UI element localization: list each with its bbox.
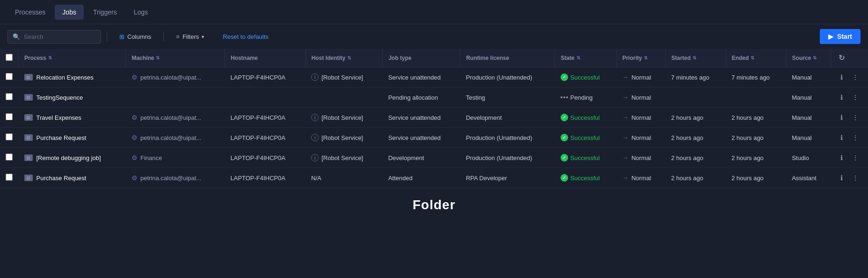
cell-state: Pending — [555, 88, 617, 108]
table-row: ▤ Purchase Request ⚙ petrina.calota@uipa… — [0, 168, 868, 188]
arrow-icon: → — [622, 73, 628, 81]
cell-host-identity: i [Robot Service] — [306, 148, 383, 168]
cell-host-identity: i [Robot Service] — [306, 128, 383, 148]
cell-actions: ℹ ⋮ — [831, 168, 868, 188]
row-checkbox-4[interactable] — [6, 154, 13, 161]
row-checkbox-0[interactable] — [6, 73, 13, 80]
cell-source: Assistant — [786, 168, 831, 188]
folder-label-section: Folder — [0, 188, 868, 222]
cell-source: Manual — [786, 108, 831, 128]
cell-started — [665, 88, 726, 108]
cell-ended: 2 hours ago — [726, 168, 786, 188]
columns-button[interactable]: ⊞ Columns — [113, 30, 158, 43]
sort-icon-machine: ⇅ — [156, 55, 160, 60]
cell-actions: ℹ ⋮ — [831, 108, 868, 128]
process-icon: ▤ — [24, 94, 33, 101]
machine-icon: ⚙ — [131, 174, 138, 182]
cell-priority: → Normal — [616, 88, 665, 108]
cell-priority: → Normal — [616, 148, 665, 168]
cell-process: ▤ TestingSequence — [19, 88, 126, 108]
th-source[interactable]: Source ⇅ — [786, 49, 831, 67]
sort-icon-state: ⇅ — [576, 55, 580, 60]
more-actions-button[interactable]: ⋮ — [850, 92, 861, 102]
cell-source: Manual — [786, 128, 831, 148]
info-action-button[interactable]: ℹ — [836, 72, 846, 82]
th-machine[interactable]: Machine ⇅ — [126, 49, 225, 67]
cell-ended: 2 hours ago — [726, 108, 786, 128]
cell-process: ▤ Relocation Expenses — [19, 67, 126, 88]
machine-name: petrina.calota@uipat... — [140, 114, 201, 121]
cell-source: Studio — [786, 148, 831, 168]
cell-job-type: Attended — [383, 168, 460, 188]
cell-runtime-license: Production (Unattended) — [460, 148, 555, 168]
machine-name: Finance — [140, 154, 162, 161]
info-action-button[interactable]: ℹ — [836, 92, 846, 102]
cell-runtime-license: Production (Unattended) — [460, 128, 555, 148]
more-actions-button[interactable]: ⋮ — [850, 173, 861, 183]
cell-job-type: Pending allocation — [383, 88, 460, 108]
table-row: ▤ Travel Expenses ⚙ petrina.calota@uipat… — [0, 108, 868, 128]
cell-job-type: Service unattended — [383, 67, 460, 88]
info-action-button[interactable]: ℹ — [836, 132, 846, 143]
tab-logs[interactable]: Logs — [126, 5, 155, 20]
th-hostname[interactable]: Hostname — [225, 49, 306, 67]
table-row: ▤ [Remote debugging job] ⚙ Finance LAPTO… — [0, 148, 868, 168]
info-action-button[interactable]: ℹ — [836, 173, 846, 183]
success-icon — [561, 73, 568, 81]
cell-process: ▤ Purchase Request — [19, 128, 126, 148]
th-job-type[interactable]: Job type — [383, 49, 460, 67]
priority-text: Normal — [631, 114, 651, 121]
tab-jobs[interactable]: Jobs — [55, 5, 84, 20]
row-checkbox-1[interactable] — [6, 93, 13, 100]
th-ended[interactable]: Ended ⇅ — [726, 49, 786, 67]
cell-ended — [726, 88, 786, 108]
cell-machine: ⚙ petrina.calota@uipat... — [126, 108, 225, 128]
process-icon: ▤ — [24, 134, 33, 141]
th-runtime-license[interactable]: Runtime license — [460, 49, 555, 67]
th-state[interactable]: State ⇅ — [555, 49, 617, 67]
row-checkbox-3[interactable] — [6, 133, 13, 140]
cell-machine: ⚙ petrina.calota@uipat... — [126, 67, 225, 88]
select-all-header[interactable] — [0, 49, 19, 67]
row-checkbox-2[interactable] — [6, 113, 13, 120]
more-actions-button[interactable]: ⋮ — [850, 153, 861, 163]
search-box: 🔍 — [7, 30, 101, 44]
more-actions-button[interactable]: ⋮ — [850, 112, 861, 123]
info-action-button[interactable]: ℹ — [836, 112, 846, 123]
tab-processes[interactable]: Processes — [7, 5, 53, 20]
search-input[interactable] — [24, 33, 96, 40]
select-all-checkbox[interactable] — [6, 54, 13, 61]
th-priority[interactable]: Priority ⇅ — [616, 49, 665, 67]
success-icon — [561, 154, 568, 161]
cell-host-identity — [306, 88, 383, 108]
cell-machine: ⚙ Finance — [126, 148, 225, 168]
filter-icon: ≡ — [176, 33, 180, 40]
filters-button[interactable]: ≡ Filters ▾ — [169, 30, 211, 43]
row-checkbox-cell — [0, 88, 19, 108]
arrow-icon: → — [622, 134, 628, 141]
tab-triggers[interactable]: Triggers — [86, 5, 124, 20]
row-checkbox-5[interactable] — [6, 174, 13, 181]
th-process[interactable]: Process ⇅ — [19, 49, 126, 67]
arrow-icon: → — [622, 174, 628, 182]
machine-icon: ⚙ — [131, 114, 138, 121]
priority-text: Normal — [631, 154, 651, 161]
process-name-text: Travel Expenses — [36, 114, 81, 121]
priority-text: Normal — [631, 74, 651, 81]
cell-started: 7 minutes ago — [665, 67, 726, 88]
start-button[interactable]: ▶ Start — [820, 29, 861, 44]
th-started[interactable]: Started ⇅ — [665, 49, 726, 67]
cell-machine — [126, 88, 225, 108]
cell-machine: ⚙ petrina.calota@uipat... — [126, 128, 225, 148]
reset-defaults-button[interactable]: Reset to defaults — [216, 30, 275, 43]
state-text: Successful — [570, 154, 600, 161]
machine-name: petrina.calota@uipat... — [140, 175, 201, 182]
process-icon: ▤ — [24, 114, 33, 121]
refresh-icon[interactable]: ↻ — [837, 52, 846, 64]
info-action-button[interactable]: ℹ — [836, 153, 846, 163]
more-actions-button[interactable]: ⋮ — [850, 132, 861, 143]
more-actions-button[interactable]: ⋮ — [850, 72, 861, 82]
th-host-identity[interactable]: Host Identity ⇅ — [306, 49, 383, 67]
cell-job-type: Service unattended — [383, 108, 460, 128]
cell-actions: ℹ ⋮ — [831, 128, 868, 148]
